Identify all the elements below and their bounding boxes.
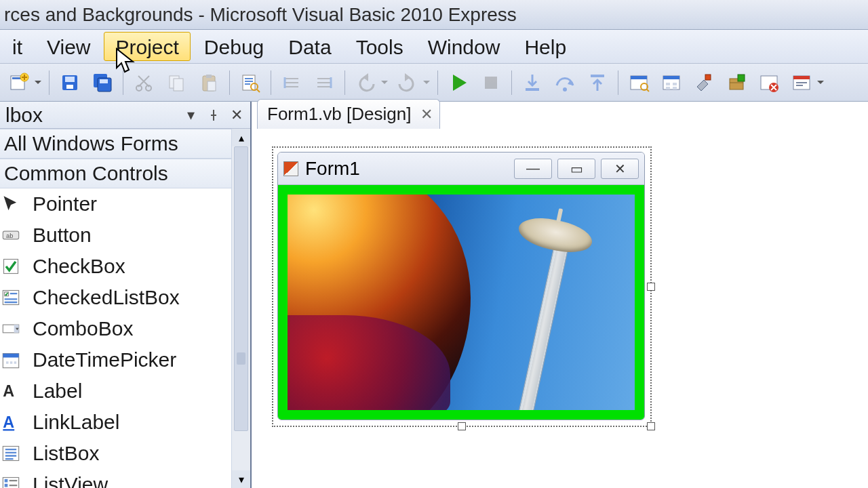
svg-rect-18 bbox=[485, 77, 497, 89]
toolbox-list: All Windows Forms Common Controls Pointe… bbox=[0, 129, 231, 488]
form-maximize-button[interactable]: ▭ bbox=[557, 159, 595, 179]
toolbox-item-label[interactable]: A Label bbox=[0, 375, 231, 407]
toolbox-item-label: Label bbox=[33, 380, 82, 403]
form1-window[interactable]: Form1 — ▭ ✕ bbox=[277, 152, 645, 420]
label-icon: A bbox=[1, 382, 20, 401]
step-out-button[interactable] bbox=[584, 69, 611, 96]
svg-rect-23 bbox=[631, 76, 647, 79]
toolbar-separator bbox=[511, 70, 512, 95]
tab-close-icon[interactable]: ✕ bbox=[420, 106, 433, 123]
scroll-down-button[interactable]: ▾ bbox=[232, 470, 250, 488]
resize-handle-southeast[interactable] bbox=[647, 422, 655, 430]
form-icon bbox=[283, 161, 298, 176]
redo-button[interactable] bbox=[394, 69, 421, 96]
form-title-bar: Form1 — ▭ ✕ bbox=[278, 152, 644, 185]
toolbox-item-pointer[interactable]: Pointer bbox=[0, 188, 231, 220]
menu-data[interactable]: Data bbox=[276, 30, 343, 63]
form-close-button[interactable]: ✕ bbox=[601, 159, 639, 179]
menu-window[interactable]: Window bbox=[416, 30, 513, 63]
button-icon: ab bbox=[1, 226, 20, 245]
paste-button[interactable] bbox=[195, 69, 222, 96]
toolbox-button[interactable] bbox=[690, 69, 717, 96]
toolbox-item-label: Button bbox=[33, 224, 92, 247]
menu-view[interactable]: View bbox=[35, 30, 102, 63]
solution-explorer-button[interactable] bbox=[625, 69, 652, 96]
toolbar-overflow[interactable] bbox=[816, 69, 825, 96]
copy-button[interactable] bbox=[163, 69, 190, 96]
combobox-icon bbox=[1, 319, 20, 338]
datetimepicker-icon bbox=[1, 350, 20, 369]
toolbox-group-common[interactable]: Common Controls bbox=[0, 159, 231, 188]
designer-canvas[interactable]: Form1 — ▭ ✕ bbox=[252, 129, 868, 488]
undo-button[interactable] bbox=[352, 69, 379, 96]
group-label: All Windows Forms bbox=[4, 132, 178, 155]
new-project-button[interactable] bbox=[5, 69, 33, 96]
svg-rect-48 bbox=[5, 484, 8, 487]
minimize-icon: — bbox=[526, 161, 540, 176]
toolbox-item-checkbox[interactable]: CheckBox bbox=[0, 251, 231, 282]
toolbox-group-all[interactable]: All Windows Forms bbox=[0, 129, 231, 159]
menu-edit[interactable]: it bbox=[0, 30, 35, 63]
undo-dropdown[interactable] bbox=[380, 69, 389, 96]
toolbox-dropdown-icon[interactable]: ▾ bbox=[181, 106, 200, 125]
menu-label: Window bbox=[428, 36, 500, 59]
toolbox-item-listbox[interactable]: ListBox bbox=[0, 438, 231, 469]
new-project-dropdown[interactable] bbox=[34, 69, 42, 96]
properties-window-button[interactable] bbox=[658, 69, 685, 96]
form-client-area bbox=[278, 185, 644, 420]
scroll-grip bbox=[237, 352, 245, 365]
close-icon[interactable]: ✕ bbox=[227, 106, 246, 125]
svg-rect-14 bbox=[206, 75, 212, 78]
menu-help[interactable]: Help bbox=[512, 30, 578, 63]
toolbox-item-linklabel[interactable]: A LinkLabel bbox=[0, 407, 231, 438]
step-over-button[interactable] bbox=[551, 69, 578, 96]
linklabel-icon: A bbox=[1, 413, 20, 432]
toolbar-separator bbox=[437, 70, 438, 95]
uncomment-button[interactable] bbox=[311, 69, 338, 96]
toolbox-body: All Windows Forms Common Controls Pointe… bbox=[0, 129, 250, 488]
immediate-window-button[interactable] bbox=[788, 69, 815, 96]
close-icon: ✕ bbox=[614, 161, 626, 177]
save-all-button[interactable] bbox=[89, 69, 116, 96]
toolbox-item-button[interactable]: ab Button bbox=[0, 220, 231, 251]
toolbar-separator bbox=[344, 70, 345, 95]
toolbox-item-datetimepicker[interactable]: DateTimePicker bbox=[0, 344, 231, 375]
document-tab-label: Form1.vb [Design] bbox=[267, 104, 411, 125]
scroll-up-button[interactable]: ▴ bbox=[232, 129, 250, 146]
toolbox-item-label: DateTimePicker bbox=[33, 348, 176, 371]
toolbox-panel: lbox ▾ ✕ All Windows Forms Common Contro… bbox=[0, 102, 251, 488]
start-debug-button[interactable] bbox=[445, 69, 472, 96]
svg-rect-27 bbox=[705, 75, 711, 80]
error-list-button[interactable] bbox=[755, 69, 783, 96]
resize-handle-south[interactable] bbox=[458, 422, 466, 430]
toolbox-item-label: CheckedListBox bbox=[33, 286, 180, 309]
resize-handle-east[interactable] bbox=[647, 283, 655, 291]
group-label: Common Controls bbox=[4, 162, 168, 184]
scroll-thumb[interactable] bbox=[234, 146, 248, 431]
svg-rect-16 bbox=[243, 75, 255, 90]
toolbox-scrollbar[interactable]: ▴ ▾ bbox=[231, 129, 250, 488]
pin-icon[interactable] bbox=[204, 106, 223, 125]
redo-dropdown[interactable] bbox=[422, 69, 431, 96]
find-button[interactable] bbox=[237, 69, 264, 96]
comment-button[interactable] bbox=[278, 69, 305, 96]
listbox-icon bbox=[1, 444, 20, 463]
step-into-button[interactable] bbox=[519, 69, 546, 96]
stop-debug-button[interactable] bbox=[477, 69, 505, 96]
document-tab[interactable]: Form1.vb [Design] ✕ bbox=[257, 99, 440, 129]
app-title: rces and Backgrounds - Microsoft Visual … bbox=[4, 4, 517, 26]
toolbox-item-label: LinkLabel bbox=[33, 411, 119, 434]
menu-label: View bbox=[47, 36, 90, 59]
toolbar-separator bbox=[49, 70, 50, 95]
toolbox-item-checkedlistbox[interactable]: CheckedListBox bbox=[0, 282, 231, 313]
menu-tools[interactable]: Tools bbox=[344, 30, 416, 63]
menu-debug[interactable]: Debug bbox=[192, 30, 276, 63]
toolbox-item-label: CheckBox bbox=[33, 255, 125, 278]
form-title: Form1 bbox=[305, 158, 360, 180]
extension-manager-button[interactable] bbox=[723, 69, 750, 96]
save-button[interactable] bbox=[56, 69, 83, 96]
title-bar: rces and Backgrounds - Microsoft Visual … bbox=[0, 0, 868, 30]
toolbox-item-combobox[interactable]: ComboBox bbox=[0, 313, 231, 344]
toolbox-item-listview[interactable]: ListView bbox=[0, 469, 231, 488]
form-minimize-button[interactable]: — bbox=[514, 159, 552, 179]
